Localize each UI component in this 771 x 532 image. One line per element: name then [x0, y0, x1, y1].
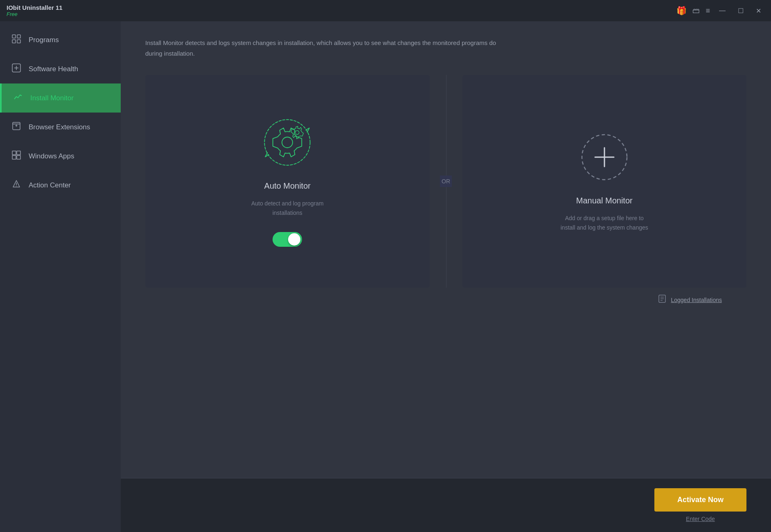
sidebar-item-software-health[interactable]: Software Health [0, 54, 121, 83]
svg-rect-8 [17, 151, 20, 155]
auto-monitor-toggle[interactable] [273, 232, 302, 247]
logged-installations-label: Logged Installations [671, 297, 722, 303]
close-button[interactable]: ✕ [753, 5, 764, 16]
footer: Activate Now Enter Code [121, 478, 771, 532]
sidebar-item-windows-apps[interactable]: Windows Apps [0, 142, 121, 171]
auto-monitor-title: Auto Monitor [264, 181, 311, 191]
titlebar-controls: 🎁 🗃 ≡ — ☐ ✕ [676, 5, 764, 16]
svg-rect-0 [12, 35, 16, 38]
manual-monitor-graphic [578, 131, 631, 184]
or-label: OR [440, 176, 452, 187]
sidebar-item-browser-extensions-label: Browser Extensions [29, 123, 90, 131]
gear-circle-svg [261, 114, 314, 171]
programs-icon [11, 34, 21, 45]
enter-code-link[interactable]: Enter Code [686, 516, 715, 522]
sidebar-item-action-center[interactable]: Action Center [0, 171, 121, 200]
svg-point-14 [265, 119, 310, 165]
dashed-circle-plus-svg [578, 131, 631, 184]
svg-rect-3 [17, 40, 20, 43]
activate-now-button[interactable]: Activate Now [654, 488, 746, 512]
windows-apps-icon [11, 151, 21, 162]
sidebar-item-install-monitor-label: Install Monitor [30, 94, 74, 102]
install-monitor-icon [13, 92, 23, 104]
app-tier: Free [7, 11, 63, 17]
svg-rect-2 [12, 40, 16, 43]
software-health-icon [11, 63, 21, 74]
svg-point-16 [295, 130, 300, 135]
auto-monitor-desc: Auto detect and log program installation… [242, 199, 332, 217]
sidebar-item-programs[interactable]: Programs [0, 25, 121, 54]
sidebar-item-programs-label: Programs [29, 36, 59, 44]
toggle-switch[interactable] [273, 232, 302, 247]
minimize-button[interactable]: — [716, 5, 729, 16]
app-branding: IObit Uninstaller 11 Free [7, 4, 63, 17]
titlebar: IObit Uninstaller 11 Free 🎁 🗃 ≡ — ☐ ✕ [0, 0, 771, 21]
svg-rect-1 [17, 35, 20, 38]
sidebar-item-windows-apps-label: Windows Apps [29, 152, 74, 160]
or-divider: OR [430, 75, 462, 288]
manual-monitor-title: Manual Monitor [576, 196, 633, 205]
svg-rect-9 [12, 156, 16, 159]
gift-icon[interactable]: 🎁 [676, 6, 687, 16]
menu-icon[interactable]: ≡ [706, 7, 710, 15]
cards-area: Auto Monitor Auto detect and log program… [145, 75, 746, 288]
svg-point-15 [282, 137, 293, 148]
bottom-bar: Logged Installations [145, 288, 746, 313]
svg-rect-10 [17, 156, 20, 159]
sidebar-item-browser-extensions[interactable]: Browser Extensions [0, 113, 121, 142]
svg-point-13 [16, 186, 17, 187]
logged-installations-link[interactable]: Logged Installations [658, 294, 722, 305]
app-title: IObit Uninstaller 11 [7, 4, 63, 11]
toggle-knob [288, 233, 300, 246]
briefcase-icon[interactable]: 🗃 [692, 7, 700, 15]
logged-installations-icon [658, 294, 667, 305]
content-area: Install Monitor detects and logs system … [121, 21, 771, 532]
content-inner: Install Monitor detects and logs system … [121, 21, 771, 478]
sidebar-item-action-center-label: Action Center [29, 181, 71, 189]
svg-rect-7 [12, 151, 16, 155]
page-description: Install Monitor detects and logs system … [145, 38, 514, 59]
sidebar-item-install-monitor[interactable]: Install Monitor [0, 83, 121, 113]
maximize-button[interactable]: ☐ [735, 5, 747, 16]
manual-monitor-desc: Add or drag a setup file here to install… [559, 214, 649, 232]
main-layout: Programs Software Health Install Monitor [0, 21, 771, 532]
browser-extensions-icon [11, 122, 21, 133]
auto-monitor-card: Auto Monitor Auto detect and log program… [145, 75, 430, 288]
sidebar-item-software-health-label: Software Health [29, 65, 78, 73]
sidebar: Programs Software Health Install Monitor [0, 21, 121, 532]
auto-monitor-graphic [261, 116, 314, 169]
action-center-icon [11, 180, 21, 191]
manual-monitor-card[interactable]: Manual Monitor Add or drag a setup file … [462, 75, 747, 288]
